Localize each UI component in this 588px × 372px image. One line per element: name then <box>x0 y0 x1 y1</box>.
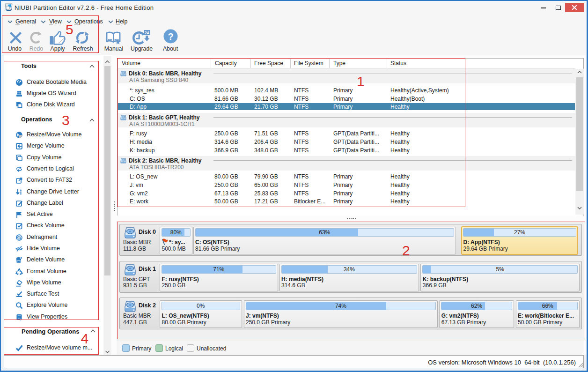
svg-text:24: 24 <box>145 30 149 35</box>
svg-text:?: ? <box>168 31 173 42</box>
